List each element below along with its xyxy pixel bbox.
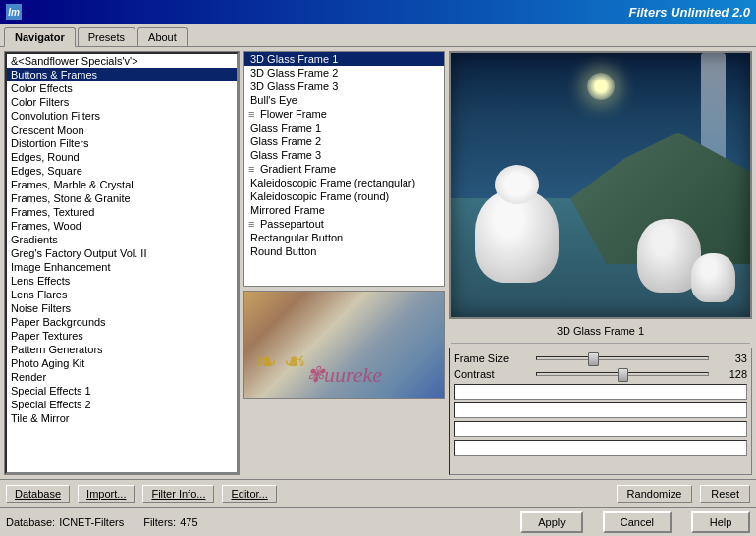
database-label: Database: (6, 516, 55, 528)
category-item[interactable]: Render (7, 370, 237, 384)
category-item[interactable]: Photo Aging Kit (7, 356, 237, 370)
category-item[interactable]: Greg's Factory Output Vol. II (7, 246, 237, 260)
contrast-label: Contrast (454, 368, 532, 380)
filters-value: 475 (180, 516, 197, 528)
app-icon: Im (6, 4, 22, 20)
bear-small (691, 253, 735, 302)
main-content: &<Sandflower Specials'v'>Buttons & Frame… (0, 47, 756, 479)
frame-size-row: Frame Size 33 (454, 352, 747, 364)
category-item[interactable]: Buttons & Frames (7, 68, 237, 81)
category-item[interactable]: Pattern Generators (7, 343, 237, 356)
divider (451, 343, 750, 344)
category-item[interactable]: Special Effects 2 (7, 398, 237, 411)
status-database: Database: ICNET-Filters (6, 516, 124, 528)
reset-button[interactable]: Reset (700, 485, 750, 503)
filter-item[interactable]: 3D Glass Frame 3 (244, 80, 444, 93)
tab-presets[interactable]: Presets (78, 27, 135, 46)
right-panel: 3D Glass Frame 1 Frame Size 33 Contrast … (449, 51, 752, 475)
category-item[interactable]: Lens Effects (7, 274, 237, 288)
filter-item[interactable]: Kaleidoscopic Frame (rectangular) (244, 176, 444, 189)
empty-row-1 (454, 384, 747, 400)
status-bar: Database: ICNET-Filters Filters: 475 App… (0, 507, 756, 536)
filter-item[interactable]: Gradient Frame (244, 162, 444, 176)
filter-item[interactable]: Flower Frame (244, 107, 444, 121)
filter-item[interactable]: Kaleidoscopic Frame (round) (244, 189, 444, 203)
contrast-thumb[interactable] (618, 368, 628, 382)
frame-size-label: Frame Size (454, 352, 532, 364)
category-item[interactable]: &<Sandflower Specials'v'> (7, 54, 237, 68)
category-item[interactable]: Tile & Mirror (7, 411, 237, 425)
randomize-button[interactable]: Randomize (617, 485, 693, 503)
category-item[interactable]: Noise Filters (7, 301, 237, 315)
database-value: ICNET-Filters (59, 516, 124, 528)
category-item[interactable]: Frames, Wood (7, 219, 237, 233)
category-item[interactable]: Special Effects 1 (7, 384, 237, 398)
cancel-button[interactable]: Cancel (603, 511, 672, 533)
filter-item[interactable]: Bull's Eye (244, 93, 444, 107)
thumb-inner: ❧ ❧ ✾uureke (244, 292, 444, 398)
category-item[interactable]: Crescent Moon (7, 123, 237, 136)
filter-item[interactable]: Round Button (244, 244, 444, 258)
category-item[interactable]: Paper Backgrounds (7, 315, 237, 329)
watermark: ✾uureke (306, 362, 382, 388)
filter-item[interactable]: 3D Glass Frame 2 (244, 66, 444, 80)
preview-image (449, 51, 752, 319)
category-item[interactable]: Edges, Round (7, 150, 237, 164)
filter-item[interactable]: Glass Frame 1 (244, 121, 444, 134)
apply-button[interactable]: Apply (520, 511, 583, 533)
editor-button[interactable]: Editor... (222, 485, 276, 503)
category-item[interactable]: Color Effects (7, 81, 237, 95)
category-item[interactable]: Frames, Textured (7, 205, 237, 219)
empty-row-3 (454, 421, 747, 437)
status-filters: Filters: 475 (143, 516, 197, 528)
category-item[interactable]: Image Enhancement (7, 260, 237, 274)
contrast-value: 128 (713, 368, 747, 380)
category-item[interactable]: Frames, Marble & Crystal (7, 178, 237, 191)
frame-size-track[interactable] (536, 356, 709, 360)
filter-name-display: 3D Glass Frame 1 (449, 323, 752, 339)
filter-item[interactable]: Mirrored Frame (244, 203, 444, 217)
app-title: Filters Unlimited 2.0 (628, 5, 750, 20)
controls-section: Frame Size 33 Contrast 128 (449, 348, 752, 475)
import-button[interactable]: Import... (78, 485, 135, 503)
database-button[interactable]: Database (6, 485, 70, 503)
contrast-row: Contrast 128 (454, 368, 747, 380)
tabs-bar: Navigator Presets About (0, 24, 756, 47)
bears-scene (451, 53, 750, 317)
bottom-toolbar: Database Import... Filter Info... Editor… (0, 479, 756, 507)
filter-item[interactable]: Glass Frame 3 (244, 148, 444, 162)
filters-label: Filters: (143, 516, 176, 528)
contrast-track[interactable] (536, 372, 709, 376)
category-item[interactable]: Frames, Stone & Granite (7, 191, 237, 205)
category-item[interactable]: Gradients (7, 233, 237, 246)
category-item[interactable]: Distortion Filters (7, 136, 237, 150)
category-list[interactable]: &<Sandflower Specials'v'>Buttons & Frame… (7, 54, 237, 472)
help-button[interactable]: Help (691, 511, 750, 533)
filter-item[interactable]: 3D Glass Frame 1 (244, 52, 444, 66)
middle-panel: 3D Glass Frame 13D Glass Frame 23D Glass… (243, 51, 445, 475)
filter-preview-thumb: ❧ ❧ ✾uureke (243, 291, 445, 399)
filter-item[interactable]: Passepartout (244, 217, 444, 231)
frame-size-thumb[interactable] (588, 352, 599, 366)
category-item[interactable]: Convolution Filters (7, 109, 237, 123)
category-item[interactable]: Color Filters (7, 95, 237, 109)
frame-size-value: 33 (713, 352, 747, 364)
filter-list-container[interactable]: 3D Glass Frame 13D Glass Frame 23D Glass… (243, 51, 445, 287)
category-item[interactable]: Paper Textures (7, 329, 237, 343)
empty-row-4 (454, 440, 747, 456)
category-panel: &<Sandflower Specials'v'>Buttons & Frame… (4, 51, 240, 475)
category-item[interactable]: Edges, Square (7, 164, 237, 178)
filter-info-button[interactable]: Filter Info... (142, 485, 214, 503)
filter-item[interactable]: Rectangular Button (244, 231, 444, 244)
title-bar: Im Filters Unlimited 2.0 (0, 0, 756, 24)
tab-navigator[interactable]: Navigator (4, 27, 76, 47)
tab-about[interactable]: About (137, 27, 188, 46)
empty-row-2 (454, 402, 747, 418)
filter-item[interactable]: Glass Frame 2 (244, 134, 444, 148)
category-item[interactable]: Lens Flares (7, 288, 237, 301)
moon-element (587, 73, 615, 100)
